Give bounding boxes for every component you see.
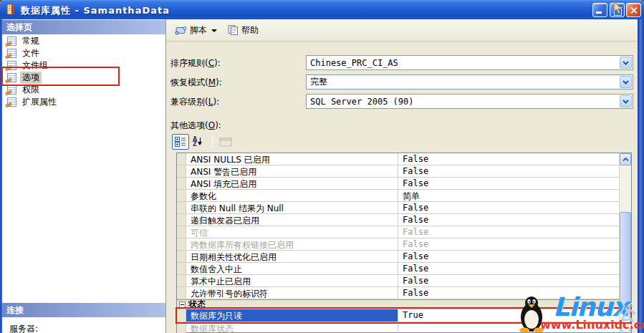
grid-row[interactable]: 算术中止已启用False bbox=[177, 275, 619, 287]
combo-dropdown-button[interactable] bbox=[620, 95, 632, 107]
sort-alphabetical-icon: AZ bbox=[193, 137, 203, 147]
grid-row-name: 数值舍入中止 bbox=[186, 263, 398, 274]
grid-row-gutter bbox=[177, 309, 186, 322]
grid-row[interactable]: 串联的 Null 结果为 NullFalse bbox=[177, 202, 619, 214]
grid-row-gutter bbox=[177, 153, 186, 165]
property-page-icon bbox=[7, 61, 16, 70]
grid-row[interactable]: 跨数据库所有权链接已启用False bbox=[177, 238, 619, 251]
property-page-icon bbox=[7, 97, 16, 107]
grid-category-row[interactable]: 状态 bbox=[177, 299, 619, 309]
sidebar-nav: 常规文件文件组选项权限扩展属性 bbox=[2, 35, 165, 108]
grid-row-value[interactable]: True bbox=[398, 309, 619, 322]
grid-row-name: 参数化 bbox=[186, 190, 398, 201]
other-options-post: ): bbox=[215, 120, 221, 130]
grid-category-label: 状态 bbox=[188, 299, 206, 311]
scrollbar-thumb[interactable] bbox=[620, 212, 631, 314]
grid-row-name: 允许带引号的标识符 bbox=[186, 287, 398, 299]
field-label-3: 兼容级别(L): bbox=[170, 96, 219, 108]
sidebar-item-6[interactable]: 扩展属性 bbox=[2, 96, 165, 108]
grid-row-value[interactable]: False bbox=[398, 214, 619, 226]
grid-row[interactable]: ANSI 填充已启用False bbox=[177, 178, 619, 190]
grid-scrollbar[interactable] bbox=[619, 153, 631, 332]
sidebar-item-label: 扩展属性 bbox=[20, 96, 59, 108]
grid-rows: ANSI NULLS 已启用FalseANSI 警告已启用FalseANSI 填… bbox=[177, 153, 619, 333]
window-title: 数据库属性 - SamanthaData bbox=[21, 4, 170, 17]
script-dropdown-icon[interactable] bbox=[211, 29, 217, 32]
grid-row-value[interactable]: False bbox=[398, 202, 619, 213]
categorized-button[interactable] bbox=[172, 134, 189, 150]
grid-row-value[interactable]: False bbox=[398, 153, 619, 165]
grid-row-value[interactable] bbox=[398, 322, 619, 333]
grid-row-name: 可信 bbox=[186, 226, 398, 238]
chevron-down-icon bbox=[623, 61, 629, 65]
grid-row[interactable]: 参数化简单 bbox=[177, 190, 619, 202]
grid-row-value[interactable]: False bbox=[398, 287, 619, 299]
connection-header: 连接 bbox=[2, 303, 165, 317]
grid-row-value[interactable]: False bbox=[398, 275, 619, 286]
help-label: 帮助 bbox=[241, 24, 259, 37]
sidebar-item-3[interactable]: 文件组 bbox=[2, 59, 165, 72]
property-pages-icon bbox=[219, 137, 232, 147]
categorized-icon bbox=[175, 137, 186, 147]
combo-dropdown-button[interactable] bbox=[620, 57, 632, 69]
grid-row-name: ANSI NULLS 已启用 bbox=[186, 153, 398, 165]
mouse-cursor bbox=[613, 1, 623, 14]
other-options-mnemonic: O bbox=[208, 120, 215, 130]
grid-row-name: 算术中止已启用 bbox=[186, 275, 398, 286]
grid-row-value[interactable]: False bbox=[398, 178, 619, 189]
property-pages-button bbox=[217, 134, 234, 150]
sidebar-item-1[interactable]: 常规 bbox=[2, 35, 165, 47]
content-panel: 脚本 帮助 排序规则(C):Chinese_PRC_CI_AS恢复模式(M):完… bbox=[166, 19, 638, 333]
grid-row[interactable]: 数值舍入中止False bbox=[177, 263, 619, 275]
scroll-up-button[interactable] bbox=[620, 153, 631, 165]
grid-row[interactable]: 日期相关性优化已启用False bbox=[177, 251, 619, 263]
grid-row-gutter bbox=[177, 322, 186, 333]
grid-row-value[interactable]: False bbox=[398, 226, 619, 238]
script-icon bbox=[175, 25, 187, 36]
help-button[interactable]: 帮助 bbox=[224, 23, 261, 38]
grid-row[interactable]: 可信False bbox=[177, 226, 619, 238]
grid-row-value[interactable]: False bbox=[398, 263, 619, 274]
script-button[interactable]: 脚本 bbox=[172, 23, 224, 38]
grid-row-value[interactable]: False bbox=[398, 238, 619, 250]
collapse-icon[interactable] bbox=[179, 301, 186, 308]
grid-row[interactable]: 数据库状态 bbox=[177, 322, 619, 333]
close-button[interactable] bbox=[626, 3, 641, 17]
grid-row-value[interactable]: False bbox=[398, 165, 619, 177]
combo-field-3[interactable]: SQL Server 2005 (90) bbox=[306, 94, 633, 109]
grid-row-value[interactable]: 简单 bbox=[398, 190, 619, 201]
grid-row-gutter bbox=[177, 190, 186, 201]
property-page-icon bbox=[7, 85, 16, 95]
chevron-down-icon bbox=[623, 100, 629, 104]
grid-row-name: 跨数据库所有权链接已启用 bbox=[186, 238, 398, 250]
grid-row-name: 数据库为只读 bbox=[186, 309, 398, 322]
property-page-icon bbox=[7, 73, 16, 82]
chevron-up-icon bbox=[623, 158, 629, 162]
property-page-icon bbox=[7, 49, 16, 58]
sidebar-item-label: 常规 bbox=[20, 35, 42, 47]
combo-field-1[interactable]: Chinese_PRC_CI_AS bbox=[306, 55, 633, 70]
grid-row[interactable]: ANSI NULLS 已启用False bbox=[177, 153, 619, 165]
grid-row-gutter bbox=[177, 202, 186, 213]
alphabetical-sort-button[interactable]: AZ bbox=[189, 134, 206, 150]
titlebar[interactable]: 数据库属性 - SamanthaData bbox=[0, 0, 644, 19]
grid-row-value[interactable]: False bbox=[398, 251, 619, 262]
sidebar-item-4[interactable]: 选项 bbox=[2, 72, 165, 84]
grid-row-name: 递归触发器已启用 bbox=[186, 214, 398, 226]
sidebar-item-2[interactable]: 文件 bbox=[2, 47, 165, 59]
other-options-pre: 其他选项( bbox=[170, 120, 208, 130]
grid-row[interactable]: 递归触发器已启用False bbox=[177, 214, 619, 226]
combo-dropdown-button[interactable] bbox=[620, 76, 632, 88]
sidebar-item-5[interactable]: 权限 bbox=[2, 84, 165, 96]
minimize-button[interactable] bbox=[592, 3, 607, 17]
sidebar-item-label: 选项 bbox=[20, 72, 42, 84]
grid-row[interactable]: 允许带引号的标识符False bbox=[177, 287, 619, 299]
combo-value: Chinese_PRC_CI_AS bbox=[307, 58, 620, 68]
grid-row-gutter bbox=[177, 263, 186, 274]
combo-field-2[interactable]: 完整 bbox=[306, 74, 633, 90]
help-icon bbox=[227, 24, 239, 36]
field-label-1: 排序规则(C): bbox=[170, 57, 221, 69]
grid-row[interactable]: ANSI 警告已启用False bbox=[177, 165, 619, 178]
grid-row-gutter bbox=[177, 226, 186, 238]
grid-row[interactable]: 数据库为只读True bbox=[177, 309, 619, 322]
